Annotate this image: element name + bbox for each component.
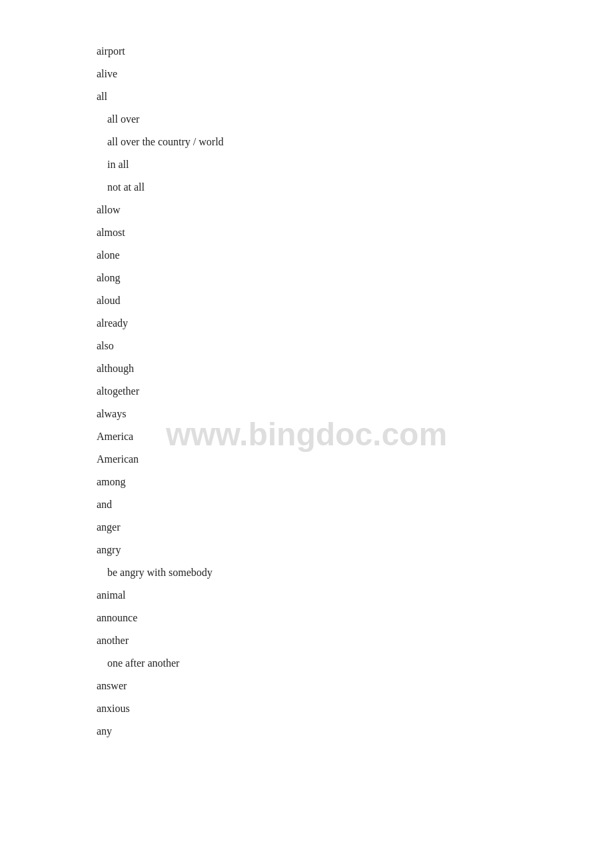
list-item: airport <box>97 40 613 63</box>
list-item: alive <box>97 63 613 85</box>
list-item: in all <box>97 153 613 176</box>
list-item: American <box>97 448 613 471</box>
word-list: airportaliveallall overall over the coun… <box>0 0 613 783</box>
list-item: anger <box>97 516 613 539</box>
list-item: already <box>97 312 613 335</box>
list-item: be angry with somebody <box>97 561 613 584</box>
list-item: all <box>97 85 613 108</box>
list-item: always <box>97 403 613 425</box>
list-item: among <box>97 471 613 493</box>
list-item: any <box>97 720 613 743</box>
list-item: anxious <box>97 697 613 720</box>
list-item: and <box>97 493 613 516</box>
list-item: answer <box>97 675 613 697</box>
list-item: along <box>97 267 613 289</box>
list-item: although <box>97 357 613 380</box>
list-item: also <box>97 335 613 357</box>
list-item: not at all <box>97 176 613 199</box>
list-item: allow <box>97 199 613 221</box>
list-item: aloud <box>97 289 613 312</box>
list-item: announce <box>97 607 613 629</box>
list-item: altogether <box>97 380 613 403</box>
list-item: America <box>97 425 613 448</box>
list-item: all over the country / world <box>97 131 613 153</box>
list-item: another <box>97 629 613 652</box>
list-item: all over <box>97 108 613 131</box>
list-item: angry <box>97 539 613 561</box>
list-item: animal <box>97 584 613 607</box>
list-item: almost <box>97 221 613 244</box>
list-item: alone <box>97 244 613 267</box>
list-item: one after another <box>97 652 613 675</box>
